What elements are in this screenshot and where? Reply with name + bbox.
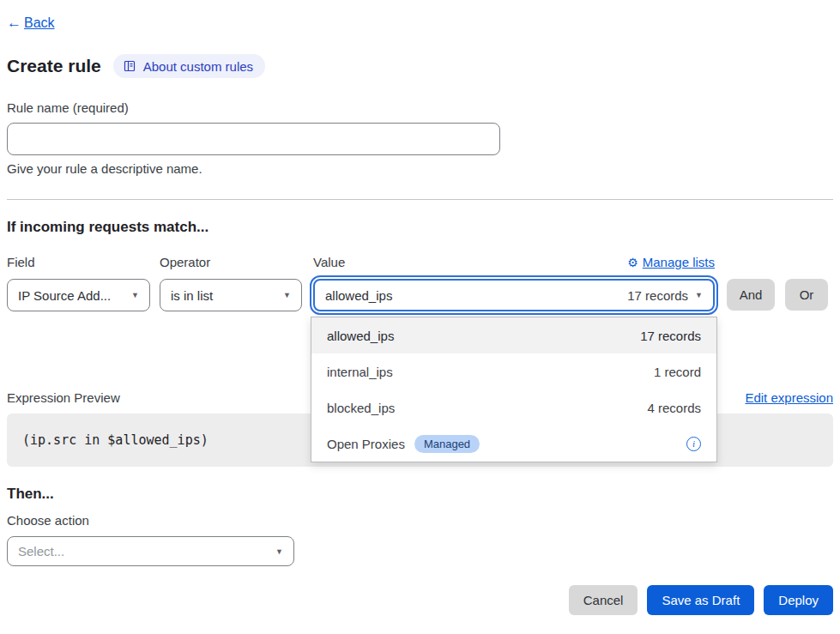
chevron-down-icon: ▼ [131, 291, 139, 299]
action-select-placeholder: Select... [18, 544, 64, 559]
action-select[interactable]: Select... ▼ [7, 536, 294, 566]
value-combobox-wrap: allowed_ips 17 records ▼ allowed_ips 17 … [313, 279, 715, 311]
about-custom-rules-badge[interactable]: About custom rules [113, 54, 265, 78]
chevron-down-icon: ▼ [283, 291, 291, 299]
list-item-name: internal_ips [327, 365, 393, 379]
info-icon[interactable]: i [686, 437, 701, 451]
info-icon-glyph: i [692, 438, 695, 449]
list-item-records: 4 records [647, 401, 701, 415]
value-label: Value [313, 255, 345, 270]
list-item-blocked-ips[interactable]: blocked_ips 4 records [311, 389, 716, 426]
value-dropdown-panel: allowed_ips 17 records internal_ips 1 re… [311, 317, 717, 462]
operator-select[interactable]: is in list ▼ [160, 279, 302, 311]
cancel-button[interactable]: Cancel [569, 585, 638, 615]
value-column: Value ⚙ Manage lists allowed_ips 17 reco… [313, 255, 715, 311]
back-link[interactable]: ← Back [7, 14, 55, 32]
rule-name-helper: Give your rule a descriptive name. [7, 161, 833, 177]
list-item-name: blocked_ips [327, 401, 395, 415]
chevron-down-icon: ▼ [275, 547, 283, 556]
section-divider [7, 199, 833, 200]
list-item-records: 1 record [654, 365, 701, 379]
gear-icon: ⚙ [627, 255, 638, 270]
rule-name-input[interactable] [7, 123, 500, 155]
list-item-internal-ips[interactable]: internal_ips 1 record [311, 353, 716, 389]
back-arrow-icon: ← [7, 14, 21, 32]
rule-name-label: Rule name (required) [7, 100, 833, 116]
list-item-name: Open Proxies [327, 437, 405, 451]
then-section-heading: Then... [7, 486, 833, 503]
page-title: Create rule [7, 55, 101, 77]
list-item-open-proxies[interactable]: Open Proxies Managed i [311, 426, 716, 462]
field-select-value: IP Source Add... [18, 288, 111, 303]
deploy-button[interactable]: Deploy [764, 585, 833, 615]
list-item-name: allowed_ips [327, 329, 394, 343]
operator-column: Operator is in list ▼ [160, 255, 302, 311]
book-icon [123, 59, 136, 73]
operator-label: Operator [160, 255, 210, 270]
list-item-records: 17 records [640, 329, 701, 343]
value-selected: allowed_ips [325, 288, 392, 303]
field-column: Field IP Source Add... ▼ [7, 255, 150, 311]
expression-preview-label: Expression Preview [7, 390, 120, 405]
edit-expression-link[interactable]: Edit expression [745, 390, 833, 405]
match-section-heading: If incoming requests match... [7, 219, 833, 236]
value-records-count: 17 records [627, 288, 688, 303]
title-row: Create rule About custom rules [7, 54, 833, 78]
save-as-draft-button[interactable]: Save as Draft [647, 585, 754, 615]
managed-badge: Managed [414, 435, 480, 453]
and-button[interactable]: And [727, 279, 775, 311]
expression-code: (ip.src in $allowed_ips) [22, 432, 208, 448]
manage-lists-link[interactable]: ⚙ Manage lists [627, 255, 715, 270]
operator-select-value: is in list [171, 288, 213, 303]
condition-row: Field IP Source Add... ▼ Operator is in … [7, 255, 833, 311]
footer-actions: Cancel Save as Draft Deploy [7, 585, 833, 615]
or-button[interactable]: Or [785, 279, 828, 311]
list-item-allowed-ips[interactable]: allowed_ips 17 records [311, 317, 716, 353]
field-label: Field [7, 255, 35, 270]
manage-lists-label: Manage lists [643, 255, 715, 270]
field-select[interactable]: IP Source Add... ▼ [7, 279, 150, 311]
create-rule-page: ← Back Create rule About custom rules Ru… [0, 0, 840, 634]
about-custom-rules-label: About custom rules [143, 59, 253, 74]
value-combobox[interactable]: allowed_ips 17 records ▼ [313, 279, 715, 311]
back-label: Back [24, 14, 55, 32]
chevron-down-icon: ▼ [695, 291, 703, 299]
choose-action-label: Choose action [7, 513, 833, 528]
